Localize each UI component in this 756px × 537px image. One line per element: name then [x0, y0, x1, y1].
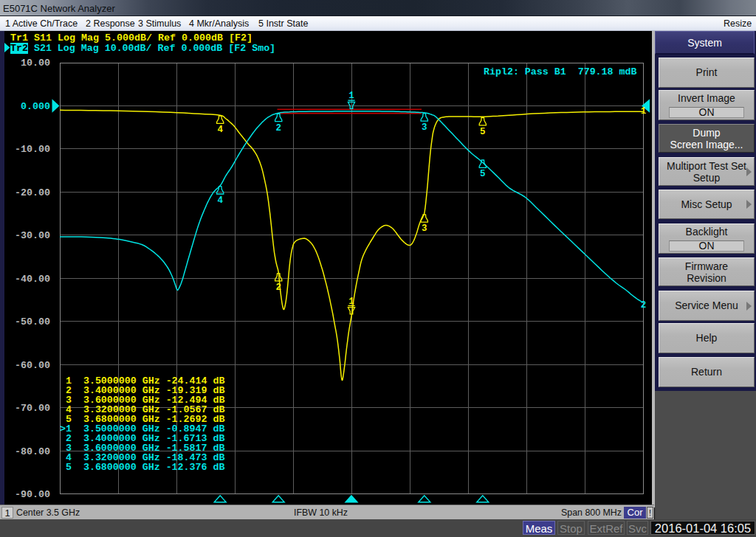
svg-text:4: 4 [217, 195, 223, 206]
svg-text:3: 3 [422, 122, 427, 133]
svg-text:2: 2 [275, 283, 281, 293]
svg-text:2: 2 [275, 123, 281, 134]
svg-text:5: 5 [480, 127, 486, 137]
svg-text:1: 1 [348, 91, 354, 101]
svg-text:2: 2 [641, 300, 647, 311]
svg-text:4: 4 [217, 125, 223, 135]
svg-text:1: 1 [348, 297, 354, 307]
svg-text:5: 5 [480, 169, 486, 179]
svg-text:3: 3 [422, 224, 427, 234]
svg-text:1: 1 [641, 106, 647, 117]
